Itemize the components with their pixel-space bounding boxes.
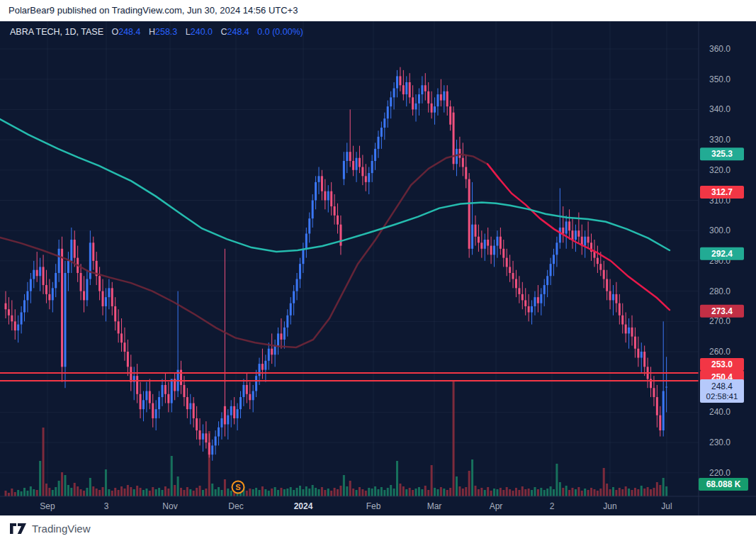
candle-body [352, 161, 354, 170]
candle-body [337, 216, 339, 225]
candle-body [402, 85, 405, 94]
volume-bar [575, 489, 577, 496]
candle-body [208, 442, 210, 454]
footer-bar: TradingView [0, 515, 756, 541]
volume-bar [356, 490, 358, 496]
candle-body [330, 191, 332, 206]
volume-bar [597, 491, 599, 496]
volume-bar [261, 486, 264, 496]
volume-bar [142, 490, 145, 496]
chart-background [0, 21, 756, 515]
volume-bar [412, 490, 414, 496]
chart-area[interactable]: ABRA TECH, 1D, TASE O248.4 H258.3 L240.0… [0, 21, 756, 515]
candle-body [587, 237, 589, 243]
candle-body [239, 397, 242, 409]
volume-bar [352, 489, 354, 496]
volume-bar [462, 489, 464, 496]
volume-bar [268, 491, 270, 496]
candle-body [465, 167, 467, 179]
price-badge-value: 325.3 [711, 149, 733, 159]
volume-bar [183, 490, 185, 496]
volume-bar [368, 488, 370, 496]
symbol-header[interactable]: ABRA TECH, 1D, TASE O248.4 H258.3 L240.0… [10, 27, 303, 37]
volume-bar [581, 491, 583, 496]
candle-body [52, 288, 54, 300]
volume-bar [396, 461, 398, 496]
volume-bar [133, 489, 135, 496]
volume-badge: 68.088 K [699, 478, 748, 491]
volume-badge-value: 68.088 K [706, 479, 741, 489]
volume-bar [264, 489, 266, 496]
volume-bar [446, 490, 448, 496]
volume-bar [337, 489, 339, 496]
price-axis-label: 230.0 [709, 437, 730, 447]
candle-body [540, 294, 542, 303]
volume-bar [33, 489, 35, 496]
volume-bar [86, 488, 88, 496]
candle-body [259, 364, 261, 376]
time-axis-label: 2024 [294, 501, 313, 511]
volume-bar [74, 483, 76, 496]
candle-body [572, 230, 574, 240]
volume-bar [280, 488, 282, 496]
candle-body [487, 240, 489, 246]
candle-body [631, 328, 633, 337]
volume-bar [383, 490, 385, 496]
volume-bar [603, 468, 605, 496]
volume-bar [512, 491, 514, 496]
volume-bar [193, 491, 195, 496]
tradingview-brand-text: TradingView [32, 523, 91, 535]
candle-body [5, 303, 7, 310]
candle-body [299, 264, 301, 279]
candle-body [118, 321, 120, 333]
candle-body [277, 333, 279, 345]
candle-body [593, 252, 595, 258]
candle-body [434, 106, 436, 113]
volume-bar [218, 487, 220, 496]
volume-bar [283, 489, 286, 496]
candle-body [343, 161, 345, 179]
volume-bar [641, 486, 643, 496]
candle-body [555, 242, 558, 255]
candle-body [359, 158, 361, 167]
volume-bar [496, 489, 498, 496]
volume-bar [572, 488, 574, 496]
candle-body [111, 288, 113, 306]
candle-body [127, 352, 129, 367]
volume-bar [509, 489, 511, 496]
volume-bar [502, 490, 504, 496]
volume-bar [180, 488, 182, 496]
countdown-timer: 02:58:41 [706, 392, 738, 401]
tradingview-brand[interactable]: TradingView [9, 523, 91, 535]
volume-bar [612, 487, 614, 496]
volume-bar [515, 488, 517, 496]
candle-body [130, 367, 132, 381]
price-badge: 253.0 [700, 358, 744, 371]
candle-body [621, 316, 624, 325]
price-badge: 312.7 [700, 186, 744, 199]
candle-body [255, 376, 257, 391]
candle-body [152, 403, 154, 418]
volume-bar [252, 489, 254, 496]
candle-body [496, 237, 498, 246]
candle-body [424, 85, 427, 91]
candle-body [546, 276, 548, 285]
candle-body [493, 246, 495, 255]
candle-body [321, 176, 323, 191]
volume-bar [577, 487, 580, 496]
volume-bar [127, 485, 129, 496]
volume-bar [659, 485, 661, 496]
close-label: C [221, 27, 227, 37]
candle-body [543, 285, 546, 294]
volume-bar [271, 489, 273, 496]
candle-body [17, 325, 19, 331]
symbol-title[interactable]: ABRA TECH, 1D, TASE [10, 27, 103, 37]
candle-body [500, 237, 502, 249]
candle-body [440, 94, 442, 101]
chart-canvas[interactable]: S360.0350.0340.0330.0320.0310.0300.0290.… [0, 21, 756, 515]
time-axis-label: Jul [661, 501, 672, 511]
candle-body [484, 240, 486, 249]
candle-body [643, 352, 645, 367]
split-marker[interactable]: S [232, 481, 244, 493]
volume-bar [246, 491, 248, 496]
